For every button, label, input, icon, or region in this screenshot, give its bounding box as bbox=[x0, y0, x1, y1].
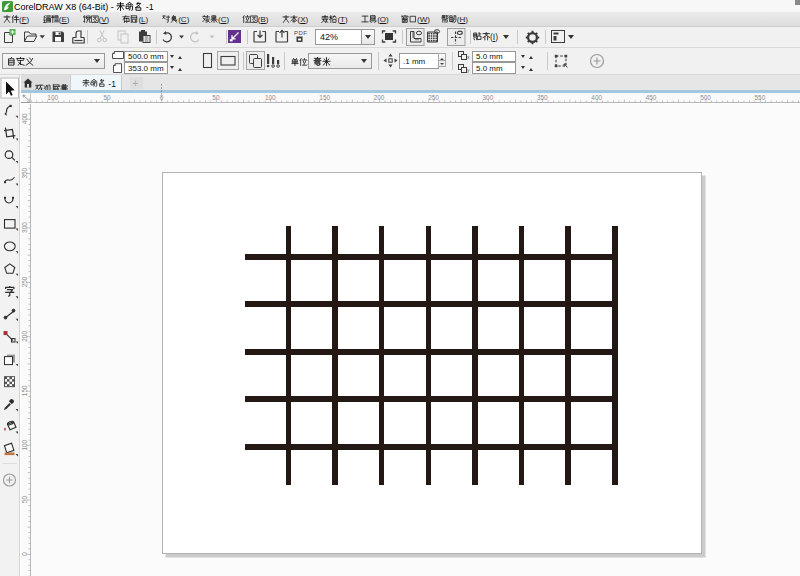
svg-text:250: 250 bbox=[21, 276, 28, 287]
svg-text:400: 400 bbox=[591, 93, 602, 100]
svg-text:100: 100 bbox=[265, 93, 276, 100]
svg-text:y: y bbox=[467, 67, 470, 73]
svg-text:300: 300 bbox=[483, 93, 494, 100]
svg-text:200: 200 bbox=[374, 93, 385, 100]
svg-text:350: 350 bbox=[21, 167, 28, 178]
svg-text:550: 550 bbox=[755, 93, 766, 100]
svg-text:50: 50 bbox=[212, 93, 220, 100]
svg-text:50: 50 bbox=[21, 495, 28, 503]
svg-text:450: 450 bbox=[646, 93, 657, 100]
svg-text:500: 500 bbox=[700, 93, 711, 100]
svg-text:100: 100 bbox=[47, 93, 58, 100]
svg-text:50: 50 bbox=[104, 93, 112, 100]
svg-text:250: 250 bbox=[428, 93, 439, 100]
svg-text:0: 0 bbox=[21, 551, 28, 555]
svg-text:PDF: PDF bbox=[294, 30, 307, 36]
svg-text:150: 150 bbox=[21, 385, 28, 396]
svg-text:100: 100 bbox=[21, 439, 28, 450]
svg-text:x: x bbox=[467, 54, 470, 60]
svg-text:350: 350 bbox=[537, 93, 548, 100]
svg-text:200: 200 bbox=[21, 330, 28, 341]
svg-text:150: 150 bbox=[319, 93, 330, 100]
svg-text:400: 400 bbox=[21, 113, 28, 124]
svg-text:300: 300 bbox=[21, 221, 28, 232]
